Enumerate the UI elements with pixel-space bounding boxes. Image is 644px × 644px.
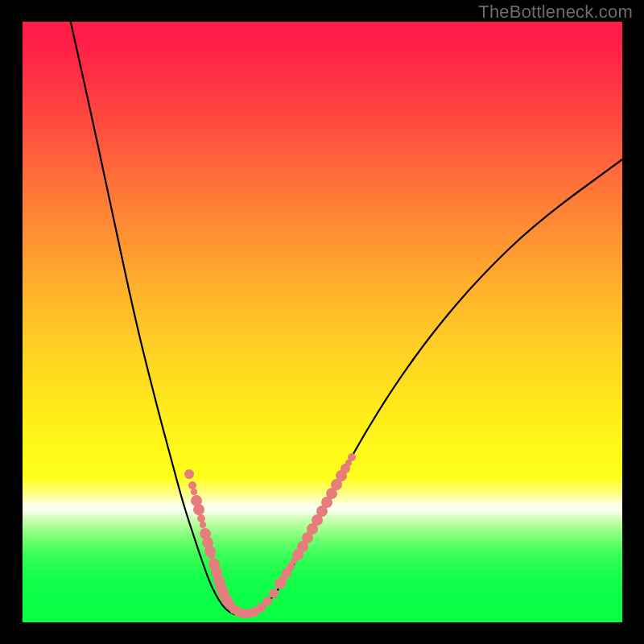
- bead-dot: [191, 489, 197, 495]
- bead-dot: [208, 553, 215, 559]
- bead-dot: [348, 453, 356, 461]
- v-curve-path: [65, 0, 622, 616]
- watermark-text: TheBottleneck.com: [478, 2, 633, 23]
- bead-group: [184, 453, 356, 618]
- bead-dot: [197, 514, 205, 522]
- bead-dot: [193, 504, 204, 515]
- bead-dot: [200, 522, 206, 528]
- bead-dot: [262, 597, 272, 606]
- curve-layer: [23, 22, 622, 622]
- chart-frame: TheBottleneck.com: [0, 0, 644, 644]
- bead-dot: [184, 469, 194, 479]
- bead-dot: [269, 588, 279, 598]
- plot-area: [23, 22, 622, 622]
- bead-dot: [188, 481, 196, 489]
